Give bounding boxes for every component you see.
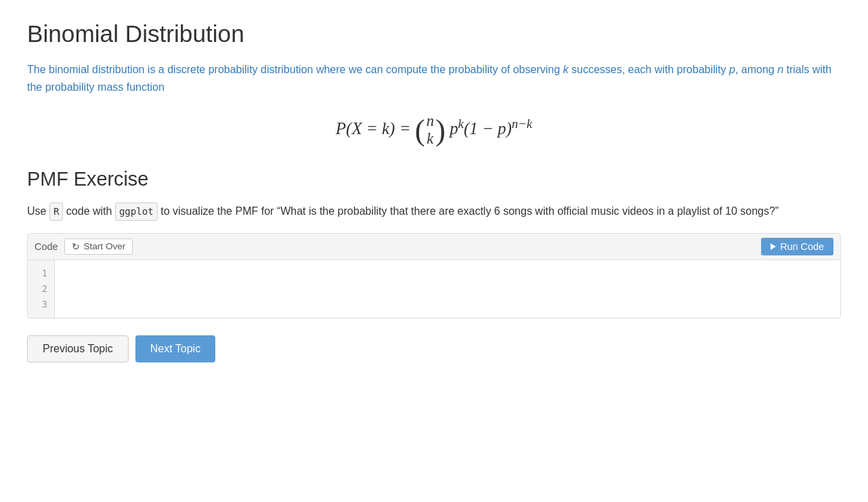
pmf-formula: P(X = k) = (nk) pk(1 − p)n−k [27,112,841,148]
intro-paragraph: The binomial distribution is a discrete … [27,61,841,96]
play-icon [771,243,776,250]
start-over-button[interactable]: ↻ Start Over [64,238,133,255]
code-editor: 1 2 3 [28,260,840,318]
code-tab-label: Code [35,241,58,252]
intro-n: n [777,64,783,75]
r-inline-badge: R [49,203,63,221]
refresh-icon: ↻ [72,241,80,252]
ggplot-inline-badge: ggplot [115,203,158,221]
line-number-2: 2 [35,281,47,297]
page-title: Binomial Distribution [27,20,841,47]
line-numbers: 1 2 3 [28,260,55,318]
exercise-part3: to visualize the PMF for “What is the pr… [158,205,779,217]
run-code-button[interactable]: Run Code [761,238,833,255]
intro-text-part3: , among [735,64,777,75]
line-number-3: 3 [35,297,47,312]
run-code-label: Run Code [780,241,824,252]
exercise-part1: Use [27,205,49,217]
code-panel: Code ↻ Start Over Run Code 1 2 3 [27,233,841,318]
intro-text-part2: successes, each with probability [569,64,729,75]
intro-text-part1: The binomial distribution is a discrete … [27,64,563,75]
exercise-part2: code with [63,205,114,217]
next-topic-button[interactable]: Next Topic [135,335,215,362]
intro-k: k [563,64,569,75]
pmf-exercise-heading: PMF Exercise [27,168,841,190]
line-number-1: 1 [35,266,47,281]
intro-p: p [729,64,735,75]
navigation-buttons: Previous Topic Next Topic [27,335,841,362]
code-toolbar: Code ↻ Start Over Run Code [28,234,840,260]
code-textarea[interactable] [55,260,840,318]
exercise-description: Use R code with ggplot to visualize the … [27,203,841,221]
toolbar-left: Code ↻ Start Over [35,238,133,255]
start-over-label: Start Over [83,241,125,251]
previous-topic-button[interactable]: Previous Topic [27,335,129,362]
